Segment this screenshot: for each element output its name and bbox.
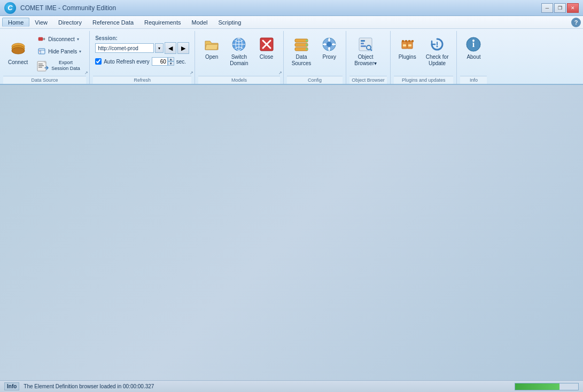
object-browser-button[interactable]: ObjectBrowser▾: [351, 33, 380, 69]
refresh-items: Session: ▾ ◀ ▶ Auto Refresh every: [93, 31, 191, 76]
sec-label: sec.: [176, 59, 186, 65]
ribbon: Connect Disconnect ▾: [0, 29, 583, 85]
data-sources-button[interactable]: DataSources: [288, 33, 315, 69]
about-label: About: [467, 54, 480, 60]
svg-rect-14: [38, 64, 43, 65]
hide-panels-dropdown-arrow: ▾: [79, 49, 81, 54]
progress-bar-fill: [515, 383, 559, 390]
menu-item-requirements[interactable]: Requirements: [139, 18, 186, 27]
session-input[interactable]: [95, 43, 154, 53]
restore-button[interactable]: ❐: [554, 3, 566, 13]
svg-point-32: [328, 39, 330, 41]
object-browser-label: ObjectBrowser▾: [354, 54, 377, 67]
export-session-button[interactable]: ExportSession Data: [34, 58, 85, 74]
disconnect-label: Disconnect: [48, 36, 74, 42]
data-source-expand-icon[interactable]: ↗: [84, 70, 88, 75]
auto-refresh-checkbox[interactable]: [95, 58, 102, 65]
spinner-down-button[interactable]: ▼: [168, 61, 174, 66]
proxy-button[interactable]: Proxy: [317, 33, 341, 63]
proxy-icon: [321, 36, 338, 53]
close-button[interactable]: ✕: [567, 3, 579, 13]
ribbon-group-refresh: Session: ▾ ◀ ▶ Auto Refresh every: [90, 31, 195, 84]
object-browser-items: ObjectBrowser▾: [349, 31, 387, 76]
spinner-up-button[interactable]: ▲: [168, 57, 174, 61]
close-model-icon: [258, 36, 275, 53]
session-back-button[interactable]: ◀: [165, 42, 176, 54]
auto-refresh-row: Auto Refresh every ▲ ▼ sec.: [95, 57, 189, 66]
config-group-label: Config: [287, 76, 343, 84]
connect-label: Connect: [8, 59, 28, 66]
hide-panels-button[interactable]: Hide Panels ▾: [34, 45, 85, 57]
close-model-button[interactable]: Close: [254, 33, 279, 63]
connect-icon: [10, 41, 27, 58]
plugins-items: Plugins Check forUpdate: [394, 31, 454, 76]
title-bar-left: COMET IME - Community Edition: [4, 2, 116, 14]
data-source-items: Connect Disconnect ▾: [3, 31, 86, 76]
close-model-label: Close: [260, 54, 274, 60]
hide-panels-icon: [37, 47, 46, 56]
app-icon: [4, 2, 16, 14]
menu-item-home[interactable]: Home: [2, 18, 29, 27]
svg-rect-44: [402, 40, 404, 42]
export-session-label: ExportSession Data: [51, 60, 80, 72]
check-update-label: Check forUpdate: [426, 54, 449, 67]
data-source-group-label: Data Source: [3, 76, 86, 84]
menu-bar: Home View Directory Reference Data Requi…: [0, 16, 583, 29]
progress-bar: [515, 383, 579, 390]
session-forward-button[interactable]: ▶: [177, 42, 189, 54]
info-items: i About: [460, 31, 487, 76]
svg-rect-5: [38, 37, 43, 41]
svg-rect-45: [405, 40, 407, 42]
svg-rect-38: [361, 43, 364, 44]
svg-point-54: [472, 40, 475, 42]
ribbon-group-object-browser: ObjectBrowser▾ Object Browser: [346, 31, 391, 84]
title-bar: COMET IME - Community Edition ─ ❐ ✕: [0, 0, 583, 16]
help-icon[interactable]: ?: [571, 18, 581, 27]
svg-rect-9: [38, 49, 45, 54]
about-button[interactable]: i About: [461, 33, 486, 63]
plugins-label: Plugins: [399, 54, 416, 60]
minimize-button[interactable]: ─: [541, 3, 553, 13]
data-source-small-buttons: Disconnect ▾ Hide Panels ▾: [34, 33, 85, 74]
svg-rect-16: [38, 67, 42, 68]
menu-item-view[interactable]: View: [29, 18, 53, 27]
window-controls: ─ ❐ ✕: [541, 3, 579, 13]
svg-rect-37: [361, 40, 365, 42]
session-dropdown-arrow[interactable]: ▾: [155, 43, 164, 53]
models-expand-icon[interactable]: ↗: [278, 70, 282, 75]
auto-refresh-label: Auto Refresh every: [104, 59, 150, 65]
object-browser-icon: [357, 36, 374, 53]
svg-rect-49: [408, 44, 411, 46]
switch-domain-icon: [230, 36, 247, 53]
open-icon: [203, 36, 220, 53]
menu-item-reference-data[interactable]: Reference Data: [87, 18, 139, 27]
menu-item-directory[interactable]: Directory: [53, 18, 87, 27]
switch-domain-button[interactable]: SwitchDomain: [226, 33, 252, 69]
info-group-label: Info: [460, 76, 487, 84]
session-label: Session:: [95, 35, 189, 41]
connect-button[interactable]: Connect: [4, 38, 32, 68]
plugins-button[interactable]: Plugins: [395, 33, 420, 63]
auto-refresh-value[interactable]: [152, 57, 168, 66]
refresh-expand-icon[interactable]: ↗: [190, 70, 193, 75]
svg-point-31: [327, 42, 332, 47]
app-title: COMET IME - Community Edition: [20, 4, 116, 12]
session-refresh-buttons: ◀ ▶: [165, 42, 189, 54]
svg-point-35: [332, 43, 335, 45]
check-update-icon: [429, 36, 446, 53]
menu-item-model[interactable]: Model: [186, 18, 213, 27]
ribbon-group-models: Open SwitchDomain: [195, 31, 283, 84]
open-button[interactable]: Open: [199, 33, 224, 63]
hide-panels-label: Hide Panels: [48, 49, 77, 54]
status-message: The Element Definition browser loaded in…: [24, 383, 510, 389]
disconnect-button[interactable]: Disconnect ▾: [34, 33, 85, 45]
svg-point-51: [437, 46, 438, 48]
check-update-button[interactable]: Check forUpdate: [422, 33, 453, 69]
data-sources-label: DataSources: [292, 54, 312, 67]
spinner-buttons: ▲ ▼: [168, 57, 174, 66]
svg-point-34: [324, 43, 326, 45]
about-icon: i: [465, 36, 482, 53]
svg-point-29: [306, 48, 308, 50]
open-label: Open: [205, 54, 218, 60]
menu-item-scripting[interactable]: Scripting: [213, 18, 247, 27]
